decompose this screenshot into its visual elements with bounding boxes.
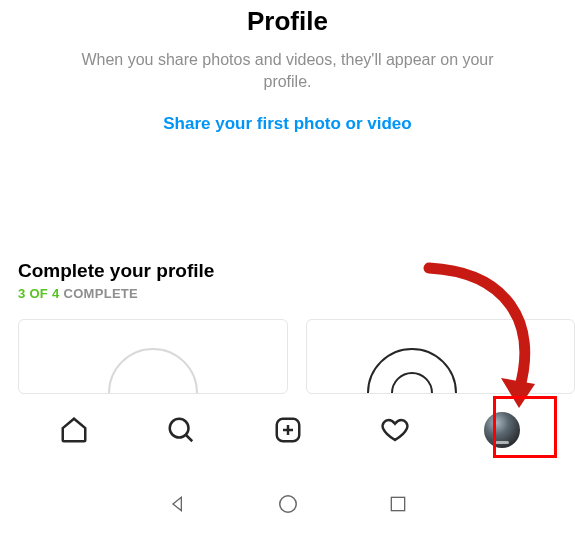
profile-card[interactable] xyxy=(18,319,288,394)
heart-icon xyxy=(380,415,410,445)
progress-total-label: COMPLETE xyxy=(60,286,139,301)
nav-create[interactable] xyxy=(266,408,310,452)
profile-card[interactable] xyxy=(306,319,576,394)
card-placeholder-icon xyxy=(108,348,198,394)
empty-state-subtitle: When you share photos and videos, they'l… xyxy=(0,49,575,94)
svg-line-2 xyxy=(186,435,192,441)
profile-cards-row xyxy=(18,319,575,394)
circle-home-icon xyxy=(277,493,299,515)
progress-done-label: 3 OF 4 xyxy=(18,286,60,301)
sysnav-back[interactable] xyxy=(167,493,189,515)
bottom-nav xyxy=(0,402,575,458)
complete-progress: 3 OF 4 COMPLETE xyxy=(18,286,575,301)
svg-point-6 xyxy=(279,496,296,513)
sysnav-home[interactable] xyxy=(277,493,299,515)
home-icon xyxy=(59,415,89,445)
tutorial-highlight-box xyxy=(493,396,557,458)
card-placeholder-icon xyxy=(367,348,457,394)
nav-activity[interactable] xyxy=(373,408,417,452)
square-recent-icon xyxy=(388,494,408,514)
nav-search[interactable] xyxy=(159,408,203,452)
search-icon xyxy=(166,415,196,445)
sysnav-recent[interactable] xyxy=(387,493,409,515)
share-first-link[interactable]: Share your first photo or video xyxy=(0,114,575,134)
svg-point-1 xyxy=(169,419,188,438)
plus-square-icon xyxy=(273,415,303,445)
triangle-back-icon xyxy=(168,494,188,514)
page-title: Profile xyxy=(0,6,575,37)
system-nav xyxy=(0,475,575,533)
svg-rect-7 xyxy=(391,497,404,510)
nav-home[interactable] xyxy=(52,408,96,452)
complete-profile-title: Complete your profile xyxy=(18,260,575,282)
